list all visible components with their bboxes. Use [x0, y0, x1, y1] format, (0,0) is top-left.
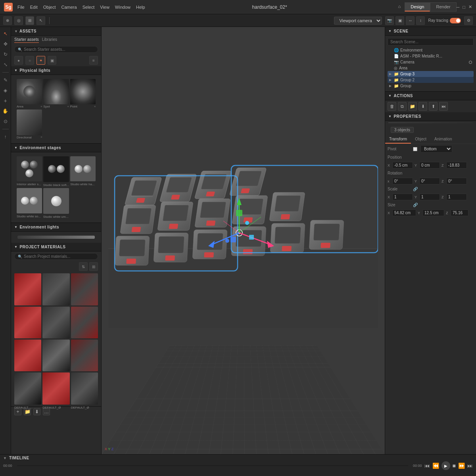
size-x-input[interactable] [392, 209, 416, 216]
tab-object[interactable]: Object [411, 135, 430, 144]
scene-header[interactable]: ▼ SCENE [385, 27, 476, 36]
pivot-select[interactable]: Bottom [420, 145, 452, 153]
more-action-btn[interactable]: ⏭ [439, 102, 448, 111]
material-item-5[interactable]: DEFAULT_Ø [71, 307, 98, 338]
env-studio-white-so-item[interactable]: Studio white so... [17, 188, 42, 219]
stop-btn[interactable]: ■ [453, 463, 456, 469]
project-materials-header[interactable]: ▼ PROJECT MATERIALS [11, 243, 101, 251]
tree-group2[interactable]: ▶ 📁 Group 2 [388, 77, 474, 83]
group-btn[interactable]: 📁 [408, 102, 417, 111]
menu-object[interactable]: Object [43, 5, 56, 10]
material-item-2[interactable]: DEFAULT_Ø [71, 273, 98, 305]
pos-y-input[interactable] [419, 162, 440, 169]
window-close[interactable]: ✕ [468, 4, 472, 10]
material-item-3[interactable]: DEFAULT_Ø [14, 307, 41, 338]
material-item-11[interactable]: DEFAULT_Ø [71, 372, 98, 404]
pan-tool-btn[interactable]: ✋ [1, 107, 10, 115]
properties-header[interactable]: ▼ PROPERTIES [385, 112, 476, 121]
env-studio-white-ha-item[interactable]: Studio white ha... [70, 156, 96, 187]
env-studio-black-item[interactable]: Studio black soft... [43, 156, 69, 187]
physical-lights-header[interactable]: ▼ Physical lights [11, 66, 101, 75]
snap-tool-btn[interactable]: ◎ [14, 16, 23, 25]
transform-tool-btn[interactable]: ⊕ [3, 16, 12, 25]
actions-header[interactable]: ▼ ACTIONS [385, 92, 476, 100]
menu-select[interactable]: Select [83, 5, 95, 10]
light-area-item[interactable]: Area ≡ [17, 79, 42, 108]
directional-menu[interactable]: ≡ [40, 136, 42, 138]
material-item-4[interactable]: DEFAULT_... [42, 307, 69, 338]
size-z-input[interactable] [451, 209, 468, 216]
window-maximize[interactable]: □ [463, 5, 465, 10]
export-action-btn[interactable]: ⬆ [429, 102, 438, 111]
brush-tool-btn[interactable]: ✎ [1, 76, 10, 84]
timeline-track[interactable] [17, 465, 408, 466]
scene-search-input[interactable] [388, 38, 474, 46]
paint-tool-btn[interactable]: ◈ [1, 86, 10, 95]
delete-btn[interactable]: 🗑 [388, 102, 396, 111]
menu-edit[interactable]: Edit [30, 5, 38, 10]
view-btn3[interactable]: ↕ [416, 16, 425, 25]
tree-environment[interactable]: 🌐 Environment [388, 47, 474, 53]
pos-z-input[interactable] [446, 162, 467, 169]
pos-x-input[interactable] [392, 162, 413, 169]
menu-camera[interactable]: Camera [61, 5, 77, 10]
play-btn[interactable]: ▶ [441, 461, 450, 470]
cursor-tool-btn[interactable]: ↖ [36, 16, 45, 25]
rot-x-input[interactable] [392, 178, 413, 184]
menu-view[interactable]: View [100, 5, 109, 10]
point-menu[interactable]: ≡ [94, 105, 96, 108]
tree-area-light[interactable]: ◎ Area [388, 65, 474, 71]
camera-selector[interactable]: Viewport camera [334, 17, 382, 25]
material-item-10[interactable]: DEFAULT_Ø [42, 372, 69, 404]
ray-tracing-switch[interactable] [450, 18, 461, 23]
tab-transform[interactable]: Transform [385, 135, 411, 144]
tab-render[interactable]: Render [430, 2, 456, 12]
light-directional-item[interactable]: Directional ≡ [17, 109, 42, 139]
settings-icon-btn[interactable]: ⚙ [464, 16, 473, 25]
list-view-btn[interactable]: ≡ [89, 56, 98, 65]
zoom-tool-btn[interactable]: ⊙ [1, 117, 10, 126]
go-start-btn[interactable]: ⏮ [424, 463, 430, 469]
spot-menu[interactable]: ≡ [67, 105, 69, 108]
env-lights-header[interactable]: ▼ Environment lights [11, 223, 101, 232]
home-icon[interactable]: ⌂ [394, 2, 405, 12]
pm-sort-btn[interactable]: ⇅ [79, 262, 88, 271]
ring-filter-btn[interactable]: ○ [25, 56, 34, 65]
tab-libraries[interactable]: Libraries [42, 37, 57, 43]
step-forward-btn[interactable]: ⏩ [458, 463, 465, 469]
select-tool-btn[interactable]: ↖ [1, 29, 10, 38]
viewport-btn[interactable]: ▣ [395, 16, 404, 25]
step-back-btn[interactable]: ⏪ [432, 463, 439, 469]
menu-window[interactable]: Window [115, 5, 131, 10]
scale-x-input[interactable] [392, 194, 413, 200]
light-spot-item[interactable]: Spot ≡ [43, 79, 69, 108]
star-filter-btn[interactable]: ✦ [36, 56, 45, 65]
size-y-input[interactable] [422, 209, 444, 216]
tree-camera[interactable]: 📷 Camera [388, 59, 474, 65]
viewport[interactable]: X Y Z [102, 27, 385, 454]
sphere-filter-btn[interactable]: ● [14, 56, 23, 65]
camera-icon-btn[interactable]: 📷 [385, 16, 394, 25]
move-tool-btn[interactable]: ✥ [1, 40, 10, 48]
material-item-7[interactable]: DEFAULT_Ø [42, 340, 69, 371]
env-interior-item[interactable]: Interior atelier s... [17, 156, 42, 187]
material-item-0[interactable]: DEFAULT_Ø [14, 273, 41, 305]
timeline-collapse-icon[interactable]: ▼ [3, 456, 7, 460]
export-tool-btn[interactable]: ↑ [1, 132, 10, 141]
tab-design[interactable]: Design [405, 2, 430, 12]
light-point-item[interactable]: Point ≡ [70, 79, 96, 108]
menu-file[interactable]: File [17, 5, 25, 10]
material-item-1[interactable]: DEFAULT_... [42, 273, 69, 305]
go-end-btn[interactable]: ⏭ [467, 463, 473, 469]
rot-z-input[interactable] [446, 178, 467, 184]
tab-animation[interactable]: Animation [430, 135, 456, 144]
ray-tracing-toggle[interactable]: Ray tracing [428, 18, 461, 23]
add-tool-btn[interactable]: + [1, 96, 10, 105]
window-minimize[interactable]: ─ [457, 5, 460, 10]
env-stages-header[interactable]: ▼ Environment stages [11, 144, 101, 152]
pm-search-input[interactable] [24, 254, 94, 259]
rotate-tool-btn[interactable]: ↻ [1, 50, 10, 59]
tree-group[interactable]: ▶ 📁 Group [388, 83, 474, 89]
pm-grid-btn[interactable]: ⊞ [89, 262, 98, 271]
grid-tool-btn[interactable]: ⊞ [25, 16, 34, 25]
